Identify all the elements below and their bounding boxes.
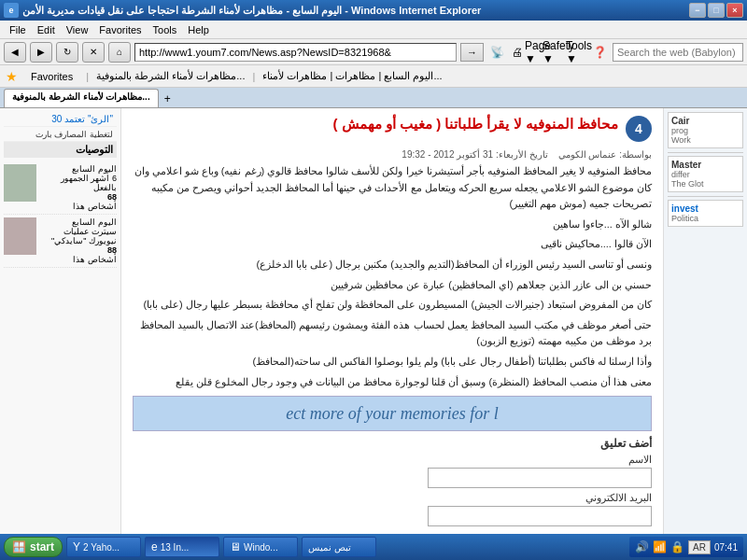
forward-button[interactable]: ▶	[30, 42, 52, 63]
name-input[interactable]	[428, 468, 652, 488]
email-field-group: البريد الالكتروني	[133, 492, 652, 526]
menu-bar: File Edit View Favorites Tools Help	[0, 21, 747, 39]
article-header: 4 محافظ المنوفيه لا يقرأ طلباتنا ( مغيب …	[133, 116, 652, 142]
taskbar-yahoo[interactable]: Y 2 Yaho...	[66, 537, 141, 557]
windows-icon: 🖥	[230, 540, 241, 553]
menu-view[interactable]: View	[61, 22, 94, 37]
tab-main[interactable]: مظاهرات لأمناء الشرطة بالمنوفية...	[4, 89, 159, 107]
search-input[interactable]	[613, 43, 743, 62]
main-content: 4 محافظ المنوفيه لا يقرأ طلباتنا ( مغيب …	[121, 108, 663, 539]
yahoo-icon: Y	[73, 540, 80, 553]
taskbar-arabic[interactable]: تبص نمیس	[302, 537, 376, 557]
article-meta: بواسطة: عنماس الكومي تاريخ الأربعاء: 31 …	[133, 149, 652, 160]
sidebar-news-2: اليوم السابع سيترت عمليات نيويورك "سايدك…	[4, 215, 117, 268]
menu-favorites[interactable]: Favorites	[93, 22, 147, 37]
ie-taskbar-icon: e	[151, 540, 158, 553]
home-button[interactable]: ⌂	[108, 42, 131, 63]
taskbar: 🪟 start Y 2 Yaho... e 13 In... 🖥 Windo..…	[0, 534, 747, 560]
fav-separator-2: |	[252, 71, 255, 82]
window-title: اليوم السابع - مظاهرات لأمناء الشرطة احت…	[22, 5, 481, 17]
favorites-label[interactable]: Favorites	[25, 69, 78, 84]
rss-icon: 📡	[487, 43, 506, 62]
start-button[interactable]: 🪟 start	[4, 537, 63, 557]
fav-link-2[interactable]: اليوم السابع | مظاهرات | مظاهرات لأمناء.…	[262, 70, 442, 82]
safety-menu[interactable]: Safety ▼	[549, 43, 568, 62]
taskbar-ie[interactable]: e 13 In...	[145, 537, 219, 557]
right-sidebar: Cair prog Work Master differ The Glot in…	[663, 108, 747, 539]
ad-banner: ect more of your memories for l	[133, 396, 652, 431]
right-sidebar-divider-2	[668, 196, 743, 197]
email-input[interactable]	[428, 506, 652, 526]
favorites-star-icon: ★	[6, 69, 18, 84]
stop-button[interactable]: ✕	[82, 42, 105, 63]
system-tray: 🔊 📶 🔒 AR 07:41	[629, 537, 743, 557]
menu-help[interactable]: Help	[182, 22, 215, 37]
start-icon: 🪟	[12, 540, 26, 553]
help-icon[interactable]: ❓	[590, 43, 609, 62]
tools-menu[interactable]: Tools ▼	[570, 43, 588, 62]
tray-sound-icon: 🔊	[635, 540, 649, 553]
comment-form: أضف تعليق الاسم البريد الالكتروني	[133, 437, 652, 526]
menu-edit[interactable]: Edit	[32, 22, 61, 37]
menu-tools[interactable]: Tools	[148, 22, 183, 37]
email-label: البريد الالكتروني	[133, 492, 652, 504]
sidebar-news-1: اليوم السابع 6 أشهر الجمهور بالفعل 68 أش…	[4, 161, 117, 215]
article-body: محافظ المنوفيه لا يغير المحافظ المنوفيه …	[133, 163, 652, 390]
close-button[interactable]: ×	[726, 3, 743, 18]
tray-clock: 07:41	[714, 542, 738, 553]
comment-form-title: أضف تعليق	[133, 437, 652, 450]
sidebar-img-2	[4, 217, 36, 255]
sidebar-img-1	[4, 164, 36, 202]
tray-security-icon: 🔒	[670, 540, 684, 553]
new-tab-button[interactable]: +	[161, 91, 175, 107]
article-title: محافظ المنوفيه لا يقرأ طلباتنا ( مغيب أو…	[333, 116, 619, 133]
name-label: الاسم	[133, 454, 652, 466]
fav-link-1[interactable]: مظاهرات لأمناء الشرطة بالمنوفية...	[96, 70, 245, 82]
browser-main: "الرئ" تعتمد 30 لتغطية المصارف بارت التو…	[0, 108, 747, 539]
sidebar-section-title: التوصيات	[4, 142, 117, 158]
ie-icon: e	[4, 3, 19, 18]
right-sidebar-master: Master differ The Glot	[668, 156, 743, 192]
invest-label: invest	[671, 203, 740, 214]
title-bar: e اليوم السابع - مظاهرات لأمناء الشرطة ا…	[0, 0, 747, 21]
address-bar: ◀ ▶ ↻ ✕ ⌂ → 📡 🖨 Page ▼ Safety ▼ Tools ▼ …	[0, 39, 747, 65]
address-input[interactable]	[134, 43, 457, 62]
sidebar-item-banks: لتغطية المصارف بارت	[4, 127, 117, 142]
comment-badge: 4	[626, 116, 652, 142]
maximize-button[interactable]: □	[708, 3, 725, 18]
taskbar-windows[interactable]: 🖥 Windo...	[223, 537, 298, 557]
go-button[interactable]: →	[460, 43, 484, 62]
invest-box[interactable]: invest Politica	[668, 200, 743, 227]
refresh-button[interactable]: ↻	[56, 42, 78, 63]
tab-bar: مظاهرات لأمناء الشرطة بالمنوفية... +	[0, 88, 747, 108]
name-field-group: الاسم	[133, 454, 652, 488]
fav-separator: |	[86, 71, 89, 82]
favorites-bar: ★ Favorites | مظاهرات لأمناء الشرطة بالم…	[0, 65, 747, 88]
menu-file[interactable]: File	[4, 22, 32, 37]
back-button[interactable]: ◀	[4, 42, 26, 63]
language-indicator[interactable]: AR	[688, 540, 711, 554]
left-sidebar: "الرئ" تعتمد 30 لتغطية المصارف بارت التو…	[0, 108, 121, 539]
tray-network-icon: 📶	[653, 540, 667, 553]
minimize-button[interactable]: −	[689, 3, 706, 18]
invest-sub-label: Politica	[671, 214, 740, 223]
right-sidebar-cair: Cair prog Work	[668, 112, 743, 148]
sidebar-item-rai: "الرئ" تعتمد 30	[4, 112, 117, 127]
right-sidebar-divider-1	[668, 152, 743, 153]
